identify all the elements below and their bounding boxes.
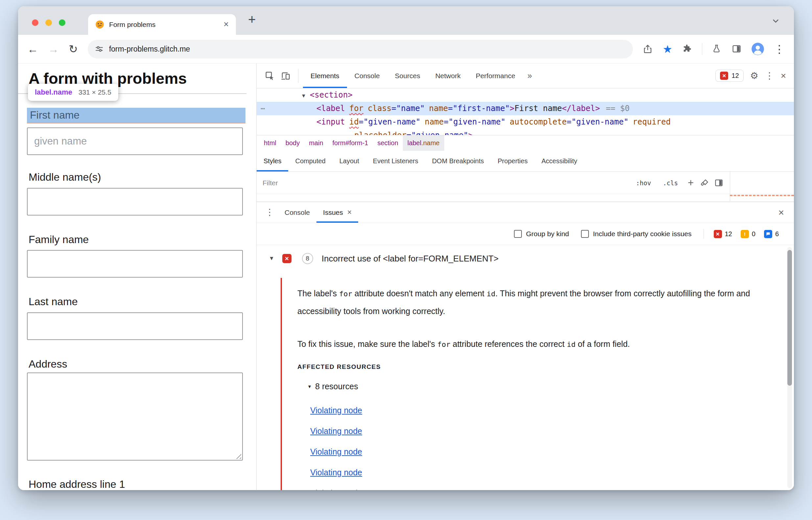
third-party-option[interactable]: Include third-party cookie issues (581, 230, 692, 238)
last-name-input[interactable] (27, 312, 243, 340)
browser-menu-kebab-icon[interactable]: ⋮ (774, 44, 785, 54)
code-line-placeholder[interactable]: placeholder="given name"> (257, 129, 794, 135)
tab-layout[interactable]: Layout (333, 151, 366, 172)
tab-styles[interactable]: Styles (257, 151, 288, 172)
issue-header[interactable]: ▼ ✕ 8 Incorrect use of <label for=FORM_E… (269, 253, 499, 264)
toggle-class-button[interactable]: .cls (660, 178, 681, 188)
violating-node-link[interactable]: Violating node (310, 406, 362, 415)
window-minimize-button[interactable] (45, 19, 52, 26)
labs-flask-icon[interactable] (712, 44, 722, 54)
devtools-panel: Elements Console Sources Network Perform… (257, 63, 794, 490)
breadcrumb-section[interactable]: section (373, 135, 403, 151)
styles-sidebar-tabs: Styles Computed Layout Event Listeners D… (257, 151, 794, 172)
tab-elements[interactable]: Elements (303, 63, 347, 88)
profile-avatar[interactable] (752, 43, 764, 55)
group-by-kind-option[interactable]: Group by kind (514, 230, 569, 238)
tab-search-chevron-icon[interactable] (771, 17, 780, 25)
devtools-close-icon[interactable]: × (781, 71, 786, 80)
back-button[interactable]: ← (27, 44, 38, 54)
group-by-kind-checkbox[interactable] (514, 230, 522, 238)
url-text: form-problems.glitch.me (109, 45, 190, 54)
tab-network[interactable]: Network (428, 63, 468, 88)
resources-expander[interactable]: ▾ 8 resources (308, 382, 358, 391)
tab-close-icon[interactable]: × (224, 20, 229, 29)
drawer-menu-kebab-icon[interactable]: ⋮ (261, 208, 278, 217)
side-panel-icon[interactable] (732, 44, 742, 54)
brush-icon[interactable] (700, 178, 709, 187)
code-line-input[interactable]: <inputid="given-name"name="given-name"au… (257, 115, 794, 129)
errors-count[interactable]: ✕ 12 (714, 230, 732, 238)
middle-name-input[interactable] (27, 188, 243, 215)
error-count-badge[interactable]: ✕ 12 (715, 70, 743, 82)
violating-node-link[interactable]: Violating node (310, 489, 362, 490)
tab-accessibility[interactable]: Accessibility (535, 151, 584, 172)
expander-icon[interactable]: ▼ (301, 93, 306, 99)
elements-tree: ▼<section> ⋯<labelforclass="name"name="f… (257, 88, 794, 135)
issues-panel: ▼ ✕ 8 Incorrect use of <label for=FORM_E… (257, 245, 794, 490)
tab-performance[interactable]: Performance (468, 63, 523, 88)
window-content: A form with problems label.name 331 × 25… (18, 63, 794, 490)
resources-expander-icon[interactable]: ▾ (308, 383, 311, 390)
breadcrumb-main[interactable]: main (304, 135, 328, 151)
new-style-rule-icon[interactable]: + (688, 178, 694, 188)
violating-node-link[interactable]: Violating node (310, 468, 362, 477)
violating-node-link[interactable]: Violating node (310, 426, 362, 436)
computed-panel-icon[interactable] (714, 178, 723, 187)
window-close-button[interactable] (32, 19, 39, 26)
styles-filter-input[interactable]: Filter (262, 179, 627, 187)
browser-tab[interactable]: Form problems × (88, 14, 236, 35)
forward-button[interactable]: → (48, 44, 59, 54)
first-name-input[interactable] (27, 127, 243, 155)
extensions-puzzle-icon[interactable] (682, 44, 692, 54)
error-icon: ✕ (720, 72, 728, 80)
warnings-count[interactable]: ! 0 (741, 230, 756, 238)
new-tab-button[interactable]: + (248, 13, 256, 26)
inspected-label-first-name[interactable]: First name (27, 108, 246, 124)
tab-sources[interactable]: Sources (387, 63, 428, 88)
tab-event-listeners[interactable]: Event Listeners (366, 151, 425, 172)
site-info-icon[interactable] (95, 45, 103, 53)
devtools-menu-kebab-icon[interactable]: ⋮ (765, 71, 774, 80)
window-zoom-button[interactable] (59, 19, 66, 26)
address-textarea[interactable] (27, 372, 243, 461)
toggle-hover-button[interactable]: :hov (633, 178, 654, 188)
code-line-label-selected[interactable]: ⋯<labelforclass="name"name="first-name">… (257, 102, 794, 115)
issue-accent-bar (281, 278, 282, 490)
issue-expander-icon[interactable]: ▼ (269, 255, 274, 262)
styles-pane-spacer (257, 194, 794, 202)
tab-favicon-icon (95, 20, 104, 29)
scrollbar-thumb[interactable] (787, 250, 792, 386)
breadcrumb-label-selected[interactable]: label.name (403, 135, 444, 151)
messages-count[interactable]: 6 (764, 230, 779, 238)
third-party-checkbox[interactable] (581, 230, 589, 238)
family-name-input[interactable] (27, 250, 243, 278)
breadcrumb-html[interactable]: html (259, 135, 281, 151)
drawer-tab-issues[interactable]: Issues× (316, 202, 358, 223)
bookmark-star-icon[interactable]: ★ (662, 44, 673, 54)
tab-properties[interactable]: Properties (491, 151, 535, 172)
dashed-resize-line (730, 195, 794, 196)
tab-dom-breakpoints[interactable]: DOM Breakpoints (425, 151, 491, 172)
code-line-section[interactable]: ▼<section> (257, 88, 794, 102)
breadcrumb-form[interactable]: form#form-1 (328, 135, 373, 151)
violating-node-link[interactable]: Violating node (310, 447, 362, 457)
address-bar[interactable]: form-problems.glitch.me (88, 40, 633, 58)
inspect-element-icon[interactable] (265, 71, 275, 81)
drawer-tab-console[interactable]: Console (278, 202, 316, 223)
node-options-icon[interactable]: ⋯ (260, 102, 265, 115)
tab-console[interactable]: Console (347, 63, 387, 88)
breadcrumb-body[interactable]: body (281, 135, 304, 151)
dom-breadcrumbs: html body main form#form-1 section label… (257, 135, 794, 151)
reload-button[interactable]: ↻ (69, 44, 78, 54)
field-label-home-address: Home address line 1 (29, 478, 125, 490)
issues-tab-close-icon[interactable]: × (347, 209, 352, 216)
issue-error-icon: ✕ (282, 254, 291, 263)
more-tabs-icon[interactable]: » (523, 71, 537, 80)
settings-gear-icon[interactable]: ⚙ (750, 71, 758, 80)
share-icon[interactable] (643, 44, 653, 54)
resize-handle-icon[interactable] (234, 452, 241, 459)
field-label-last-name: Last name (29, 296, 78, 308)
tab-computed[interactable]: Computed (288, 151, 332, 172)
drawer-close-icon[interactable]: × (778, 208, 789, 217)
device-toolbar-icon[interactable] (281, 71, 290, 81)
